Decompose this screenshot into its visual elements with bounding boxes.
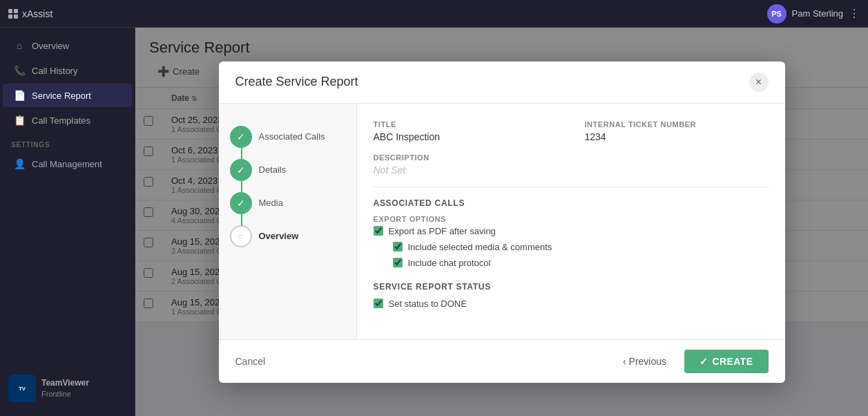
step-label-4: Overview: [259, 231, 299, 241]
previous-icon: ‹: [623, 356, 626, 367]
set-status-checkbox[interactable]: [374, 299, 383, 308]
divider: [374, 187, 769, 187]
home-icon: ⌂: [14, 40, 25, 51]
wizard-step-details[interactable]: ✓ Details: [230, 153, 345, 187]
cancel-button[interactable]: Cancel: [235, 352, 266, 371]
content-area: Service Report ➕ Create 🗑 Delete 📤 Expor…: [135, 28, 868, 416]
user-menu-icon[interactable]: ⋮: [849, 7, 860, 20]
sidebar-item-label: Call History: [32, 66, 77, 76]
wizard-step-associated-calls[interactable]: ✓ Associated Calls: [230, 120, 345, 153]
tv-logo-box: TV: [8, 375, 36, 402]
sidebar-item-label: Overview: [32, 41, 69, 51]
sidebar-item-service-report[interactable]: 📄 Service Report: [3, 84, 132, 107]
topbar: xAssist PS Pam Sterling ⋮: [0, 0, 868, 28]
include-media-label: Include selected media & comments: [408, 242, 552, 252]
modal-form-content: Title ABC Inspection Internal Ticket Num…: [357, 104, 785, 339]
avatar: PS: [767, 4, 787, 23]
export-pdf-checkbox[interactable]: [374, 226, 383, 236]
modal-title: Create Service Report: [235, 75, 358, 89]
settings-section-label: SETTINGS: [0, 133, 135, 151]
step-circle-1: ✓: [230, 126, 252, 148]
footer-right: ‹ Previous ✓ CREATE: [613, 350, 769, 373]
modal-close-button[interactable]: ×: [749, 73, 769, 92]
modal-overlay: Create Service Report × ✓ Associated Cal…: [135, 28, 868, 416]
sidebar-item-label: Service Report: [32, 91, 91, 101]
sidebar-item-label: Call Templates: [32, 115, 90, 126]
wizard-step-overview[interactable]: ○ Overview: [230, 220, 345, 253]
title-field: Title ABC Inspection: [374, 120, 557, 142]
set-status-label: Set status to DONE: [389, 299, 467, 309]
include-media-checkbox[interactable]: [393, 242, 403, 252]
previous-button[interactable]: ‹ Previous: [613, 350, 676, 372]
export-pdf-row: Export as PDF after saving: [374, 226, 769, 236]
description-field: Description Not Set: [374, 153, 769, 176]
phone-icon: 📞: [14, 65, 25, 76]
description-label: Description: [374, 153, 769, 162]
sidebar-item-call-management[interactable]: 👤 Call Management: [3, 152, 132, 176]
step-circle-4: ○: [230, 225, 252, 247]
teamviewer-logo: TV TeamViewer Frontline: [8, 375, 126, 402]
ticket-value: 1234: [585, 131, 769, 142]
step-circle-2: ✓: [230, 159, 252, 181]
export-options-label: Export Options: [374, 215, 769, 223]
export-pdf-label: Export as PDF after saving: [389, 226, 496, 236]
template-icon: 📋: [14, 115, 25, 126]
sidebar-item-overview[interactable]: ⌂ Overview: [3, 34, 132, 57]
file-icon: 📄: [14, 90, 25, 101]
sidebar-item-call-history[interactable]: 📞 Call History: [3, 59, 132, 82]
include-media-row: Include selected media & comments: [393, 242, 769, 252]
create-service-report-modal: Create Service Report × ✓ Associated Cal…: [219, 62, 785, 383]
status-section: Service Report Status Set status to DONE: [374, 282, 769, 309]
step-label-2: Details: [259, 164, 287, 175]
step-label-1: Associated Calls: [259, 131, 325, 142]
wizard-nav: ✓ Associated Calls ✓ Details ✓ Media ○: [219, 104, 357, 339]
tv-logo-text: TeamViewer Frontline: [41, 378, 89, 399]
form-row-title: Title ABC Inspection Internal Ticket Num…: [374, 120, 769, 142]
modal-header: Create Service Report ×: [219, 62, 785, 104]
include-chat-label: Include chat protocol: [408, 258, 491, 268]
sidebar: ⌂ Overview 📞 Call History 📄 Service Repo…: [0, 28, 135, 416]
ticket-label: Internal Ticket Number: [585, 120, 769, 129]
title-label: Title: [374, 120, 557, 129]
sidebar-item-label: Call Management: [32, 159, 102, 169]
management-icon: 👤: [14, 158, 25, 169]
status-section-title: Service Report Status: [374, 282, 769, 292]
associated-calls-title: Associated Calls: [374, 198, 769, 208]
user-info: PS Pam Sterling ⋮: [767, 4, 860, 23]
app-logo: xAssist: [8, 8, 52, 19]
include-chat-checkbox[interactable]: [393, 258, 403, 267]
check-icon: ✓: [700, 356, 708, 367]
title-value: ABC Inspection: [374, 131, 557, 142]
sidebar-item-call-templates[interactable]: 📋 Call Templates: [3, 108, 132, 132]
app-name: xAssist: [22, 8, 52, 19]
ticket-field: Internal Ticket Number 1234: [585, 120, 769, 142]
form-row-description: Description Not Set: [374, 153, 769, 176]
grid-icon: [8, 9, 18, 19]
include-chat-row: Include chat protocol: [393, 258, 769, 268]
associated-calls-section: Associated Calls Export Options Export a…: [374, 198, 769, 268]
modal-body: ✓ Associated Calls ✓ Details ✓ Media ○: [219, 104, 785, 339]
set-status-row: Set status to DONE: [374, 299, 769, 309]
step-label-3: Media: [259, 198, 283, 208]
step-circle-3: ✓: [230, 192, 252, 214]
create-report-button[interactable]: ✓ CREATE: [684, 350, 768, 373]
user-name: Pam Sterling: [792, 8, 843, 19]
wizard-step-media[interactable]: ✓ Media: [230, 187, 345, 220]
modal-footer: Cancel ‹ Previous ✓ CREATE: [219, 339, 785, 383]
description-value: Not Set: [374, 164, 769, 176]
